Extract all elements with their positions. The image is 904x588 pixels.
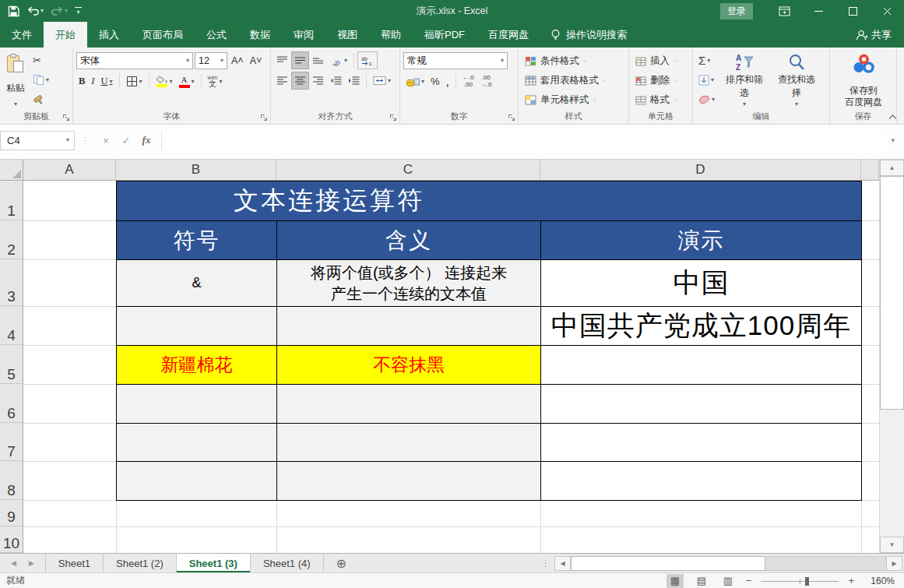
shrink-font-button[interactable]: A˅ xyxy=(248,53,265,69)
fill-color-button[interactable]: ▾ xyxy=(153,73,175,90)
horizontal-scroll-track[interactable] xyxy=(765,556,886,571)
column-header-partial[interactable] xyxy=(861,160,879,181)
name-box[interactable]: C4 ▾ xyxy=(0,131,75,150)
sort-filter-button[interactable]: AZ 排序和筛选 ▾ xyxy=(719,50,769,109)
align-right-button[interactable] xyxy=(310,72,326,89)
sheet-tab-sheet1-4[interactable]: Sheet1 (4) xyxy=(251,554,324,572)
zoom-in-button[interactable]: + xyxy=(848,575,854,586)
copy-button[interactable]: ▾ xyxy=(30,72,51,88)
cell-B5[interactable]: 新疆棉花 xyxy=(116,345,277,385)
cell-D5[interactable] xyxy=(540,345,862,385)
cell-B7[interactable] xyxy=(116,423,277,462)
font-size-combo[interactable]: 12▾ xyxy=(195,52,227,69)
cell-D7[interactable] xyxy=(540,423,862,462)
format-painter-button[interactable] xyxy=(30,91,51,107)
sheet-nav-right-button[interactable]: ▶ xyxy=(29,559,34,567)
undo-button[interactable]: ▾ xyxy=(26,5,44,16)
zoom-level[interactable]: 160% xyxy=(864,576,895,586)
zoom-out-button[interactable]: − xyxy=(746,575,752,586)
column-header-D[interactable]: D xyxy=(540,160,861,181)
align-center-button[interactable] xyxy=(292,72,308,89)
new-sheet-button[interactable]: ⊕ xyxy=(324,554,359,572)
ribbon-tab-page-layout[interactable]: 页面布局 xyxy=(131,22,195,48)
ribbon-tab-foxit-pdf[interactable]: 福昕PDF xyxy=(413,22,477,48)
cell-D2[interactable]: 演示 xyxy=(540,220,862,260)
cell-C4[interactable] xyxy=(276,306,541,346)
page-layout-view-button[interactable]: ▤ xyxy=(693,574,710,588)
cell-C2[interactable]: 含义 xyxy=(276,220,541,260)
conditional-formatting-button[interactable]: 条件格式▾ xyxy=(522,52,626,70)
row-header-10[interactable]: 10 xyxy=(0,526,23,553)
customize-qat-button[interactable]: ▾ xyxy=(75,7,82,16)
cell-D8[interactable] xyxy=(540,461,862,501)
decrease-decimal-button[interactable]: .00→.0 xyxy=(478,73,494,90)
cell-B2[interactable]: 符号 xyxy=(116,220,277,260)
orientation-button[interactable]: ab▾ xyxy=(328,52,350,69)
ribbon-tab-home[interactable]: 开始 xyxy=(44,22,87,48)
bold-button[interactable]: B xyxy=(76,73,87,90)
sheet-tab-sheet1-3[interactable]: Sheet1 (3) xyxy=(177,554,251,572)
undo-dropdown[interactable]: ▾ xyxy=(40,8,44,14)
tab-scroll-splitter[interactable]: ⋮ xyxy=(536,558,554,569)
cell-styles-button[interactable]: 单元格样式▾ xyxy=(522,91,626,109)
scroll-up-button[interactable]: ▲ xyxy=(880,160,904,176)
underline-button[interactable]: U▾ xyxy=(99,73,115,90)
formula-bar-splitter[interactable]: ⋮ xyxy=(75,136,96,146)
align-middle-button[interactable] xyxy=(292,52,308,69)
cell-D4[interactable]: 中国共产党成立100周年 xyxy=(540,306,862,346)
font-color-button[interactable]: A▾ xyxy=(177,73,197,90)
find-select-button[interactable]: 查找和选择 ▾ xyxy=(772,50,821,109)
cell-D3[interactable]: 中国 xyxy=(540,259,862,307)
tell-me-box[interactable]: 操作说明搜索 xyxy=(540,22,636,48)
ribbon-tab-file[interactable]: 文件 xyxy=(0,22,44,48)
number-dialog-launcher[interactable] xyxy=(508,114,515,121)
column-header-B[interactable]: B xyxy=(116,160,276,181)
zoom-slider-handle[interactable] xyxy=(805,577,809,586)
sheet-tab-sheet1[interactable]: Sheet1 xyxy=(46,554,104,572)
cell-B8[interactable] xyxy=(116,461,277,501)
cell-B6[interactable] xyxy=(116,384,277,424)
row-header-7[interactable]: 7 xyxy=(0,423,23,461)
horizontal-scroll-thumb[interactable] xyxy=(571,556,765,571)
cancel-entry-button[interactable]: × xyxy=(96,135,116,146)
ribbon-tab-baidu-netdisk[interactable]: 百度网盘 xyxy=(477,22,540,48)
login-button[interactable]: 登录 xyxy=(720,3,753,19)
redo-button[interactable]: ▾ xyxy=(51,5,68,16)
clipboard-dialog-launcher[interactable] xyxy=(62,114,70,121)
sheet-nav-left-button[interactable]: ◀ xyxy=(11,559,16,567)
cell-B1-merged-title[interactable]: 文本连接运算符 xyxy=(116,181,862,221)
font-dialog-launcher[interactable] xyxy=(260,114,268,121)
column-header-C[interactable]: C xyxy=(276,160,540,181)
cell-B3[interactable]: & xyxy=(116,259,277,307)
insert-cells-button[interactable]: 插入▾ xyxy=(632,52,690,70)
number-format-combo[interactable]: 常规▾ xyxy=(403,52,508,69)
comma-style-button[interactable]: , xyxy=(444,73,452,90)
ribbon-tab-formulas[interactable]: 公式 xyxy=(195,22,238,48)
horizontal-scrollbar[interactable]: ⋮ ◀ ▶ xyxy=(536,554,904,572)
paste-button[interactable]: 粘贴 ▾ xyxy=(3,50,28,109)
normal-view-button[interactable]: ▦ xyxy=(667,574,684,588)
cell-B4[interactable] xyxy=(116,306,277,346)
align-left-button[interactable] xyxy=(274,72,290,89)
ribbon-tab-data[interactable]: 数据 xyxy=(238,22,282,48)
cut-button[interactable]: ✂ xyxy=(30,52,51,69)
ribbon-tab-view[interactable]: 视图 xyxy=(325,22,369,48)
phonetic-guide-button[interactable]: wén文▾ xyxy=(206,73,225,90)
vertical-scroll-thumb[interactable] xyxy=(880,176,904,410)
delete-cells-button[interactable]: 删除▾ xyxy=(632,72,690,90)
save-to-baidu-button[interactable]: 保存到百度网盘 xyxy=(835,50,892,109)
page-break-view-button[interactable]: ▥ xyxy=(719,574,737,588)
row-header-9[interactable]: 9 xyxy=(0,500,23,526)
percent-style-button[interactable]: % xyxy=(428,73,442,90)
row-header-4[interactable]: 4 xyxy=(0,306,23,345)
font-name-combo[interactable]: 宋体▾ xyxy=(76,52,193,69)
save-button[interactable] xyxy=(8,5,19,17)
row-header-6[interactable]: 6 xyxy=(0,384,23,423)
select-all-corner[interactable] xyxy=(0,160,23,181)
vertical-scrollbar[interactable]: ▲ ▼ xyxy=(879,160,904,553)
scroll-right-button[interactable]: ▶ xyxy=(886,556,902,571)
merge-center-button[interactable]: ▾ xyxy=(371,72,393,89)
cell-C3[interactable]: 将两个值(或多个） 连接起来 产生一个连续的文本值 xyxy=(276,259,541,307)
zoom-slider[interactable] xyxy=(761,576,839,586)
align-top-button[interactable] xyxy=(274,52,290,69)
